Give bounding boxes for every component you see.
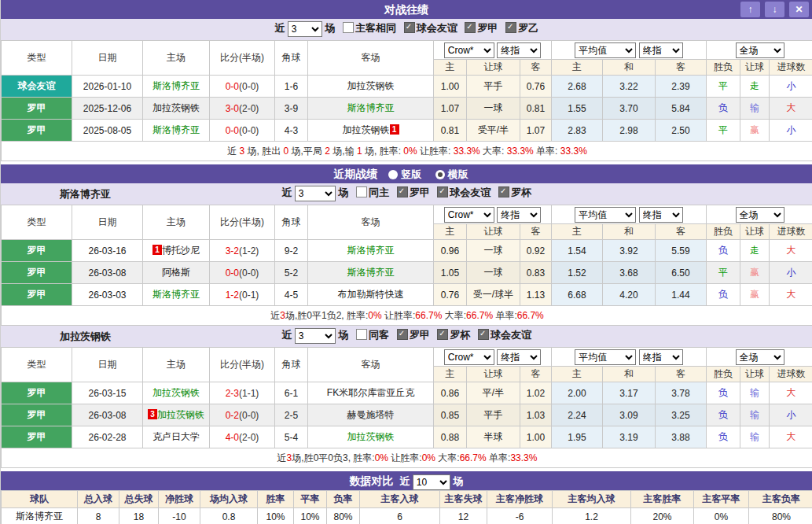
scope-cell: 全场 xyxy=(707,205,812,224)
league-cup-checkbox[interactable] xyxy=(498,186,509,197)
avg-draw: 2.98 xyxy=(603,120,656,142)
odds-home: 0.96 xyxy=(434,240,467,262)
col-header: 球队 xyxy=(2,491,78,508)
score-cell: 0-2(0-0) xyxy=(210,404,275,426)
avg-draw: 3.17 xyxy=(603,382,656,404)
league-cup-checkbox[interactable] xyxy=(437,329,448,340)
checkbox-label: 球会友谊 xyxy=(417,22,457,34)
col-header-home: 主场 xyxy=(143,205,210,240)
avg-away: 3.78 xyxy=(656,382,707,404)
avg-draw: 3.68 xyxy=(603,262,656,284)
odds-handicap: 平/半 xyxy=(467,382,520,404)
league-liga1-checkbox[interactable] xyxy=(397,186,408,197)
result-outcome: 负 xyxy=(707,426,740,448)
corner-cell: 5-2 xyxy=(275,262,308,284)
subheader-avg-away: 客 xyxy=(656,367,707,382)
col-header-score: 比分(半场) xyxy=(210,348,275,382)
avg-home: 1.54 xyxy=(552,240,603,262)
team-b-results-table: 类型 日期 主场 比分(半场) 角球 客场 Crow* 终指 平均值 终指 全场 xyxy=(1,347,812,468)
subheader-avg-away: 客 xyxy=(656,60,707,76)
bookmaker-select[interactable]: Crow* xyxy=(444,207,494,223)
odds-handicap: 受平/半 xyxy=(467,120,520,142)
odds-handicap: 平手 xyxy=(467,76,520,98)
checkbox-label: 同主 xyxy=(369,186,389,198)
same-away-checkbox[interactable] xyxy=(356,329,367,340)
avg-home: 6.68 xyxy=(552,284,603,306)
checkbox-label: 罗乙 xyxy=(518,22,538,34)
near-label: 近 xyxy=(399,475,410,487)
stat-cell: 0% xyxy=(694,508,749,524)
match-row: 罗甲 2025-08-05 斯洛博齐亚 0-0(0-0) 4-3 加拉茨钢铁1 … xyxy=(2,120,812,142)
result-handicap: 走 xyxy=(740,240,770,262)
close-button[interactable]: ✕ xyxy=(789,2,809,17)
team-b-count-select[interactable]: 3 xyxy=(295,328,336,344)
home-team: 3加拉茨钢铁 xyxy=(143,404,210,426)
result-handicap: 走 xyxy=(740,76,770,98)
bookmaker-select[interactable]: Crow* xyxy=(444,349,494,365)
average-select[interactable]: 平均值 xyxy=(575,42,636,58)
odds-away: 0.76 xyxy=(520,76,552,98)
vertical-layout-radio[interactable]: 竖版 xyxy=(388,168,421,180)
result-outcome: 平 xyxy=(707,76,740,98)
match-date: 26-03-08 xyxy=(72,404,143,426)
move-up-button[interactable]: ↑ xyxy=(740,2,760,17)
stat-cell: 0.8 xyxy=(200,508,258,524)
match-row: 罗甲 26-02-28 克卢日大学 4-0(2-0) 5-4 加拉茨钢铁 0.8… xyxy=(2,426,812,448)
league-friendly-checkbox[interactable] xyxy=(478,329,489,340)
match-date: 26-03-08 xyxy=(72,262,143,284)
league-liga1-checkbox[interactable] xyxy=(397,329,408,340)
average-select[interactable]: 平均值 xyxy=(575,349,636,365)
average-stage-select[interactable]: 终指 xyxy=(639,42,683,58)
league-friendly-checkbox[interactable] xyxy=(404,22,415,33)
scope-select[interactable]: 全场 xyxy=(736,42,784,58)
col-header: 净胜球 xyxy=(159,491,200,508)
bookmaker-select[interactable]: Crow* xyxy=(444,42,494,58)
scope-select[interactable]: 全场 xyxy=(736,349,784,365)
odds-stage-select[interactable]: 终指 xyxy=(497,42,541,58)
col-header-away: 客场 xyxy=(308,41,434,76)
checkbox-label: 球会友谊 xyxy=(491,329,531,341)
result-goals: 小 xyxy=(770,76,812,98)
average-select[interactable]: 平均值 xyxy=(575,207,636,223)
match-row: 罗甲 26-03-08 3加拉茨钢铁 0-2(0-0) 2-5 赫曼施塔特 0.… xyxy=(2,404,812,426)
team-b-name: 加拉茨钢铁 xyxy=(60,330,111,344)
result-goals: 大 xyxy=(770,98,812,120)
odds-stage-select[interactable]: 终指 xyxy=(497,349,541,365)
result-goals: 大 xyxy=(770,382,812,404)
avg-home: 2.00 xyxy=(552,382,603,404)
average-stage-select[interactable]: 终指 xyxy=(639,349,683,365)
odds-stage-select[interactable]: 终指 xyxy=(497,207,541,223)
same-home-checkbox[interactable] xyxy=(356,186,367,197)
section-title: 近期战绩 xyxy=(333,168,377,180)
score-cell: 1-2(0-1) xyxy=(210,284,275,306)
result-handicap: 输 xyxy=(740,426,770,448)
away-team: 加拉茨钢铁1 xyxy=(308,120,434,142)
odds-home: 0.88 xyxy=(434,426,467,448)
radio-icon xyxy=(435,170,445,179)
checkbox-label: 主客相同 xyxy=(355,22,396,34)
result-goals: 小 xyxy=(770,404,812,426)
same-home-away-checkbox[interactable] xyxy=(343,22,354,33)
league-liga1-checkbox[interactable] xyxy=(465,22,476,33)
comparison-count-select[interactable]: 10 xyxy=(413,474,450,490)
score-cell: 0-0(0-0) xyxy=(210,262,275,284)
horizontal-layout-radio[interactable]: 横版 xyxy=(435,168,468,180)
subheader-goals: 进球数 xyxy=(770,367,812,382)
scope-select[interactable]: 全场 xyxy=(736,207,784,223)
col-header: 总失球 xyxy=(119,491,159,508)
recent-count-select[interactable]: 3 xyxy=(288,21,322,37)
avg-away: 1.44 xyxy=(656,284,707,306)
checkbox-label: 罗甲 xyxy=(410,186,430,198)
home-team: 加拉茨钢铁 xyxy=(143,382,210,404)
summary-line: 近3场,胜0平1负2, 胜率:0% 让胜率:66.7% 大率:66.7% 单率:… xyxy=(2,306,812,326)
head-to-head-table: 类型 日期 主场 比分(半场) 角球 客场 Crow* 终指 平均值 终指 全场 xyxy=(1,40,812,161)
home-team: 克卢日大学 xyxy=(143,426,210,448)
league-liga2-checkbox[interactable] xyxy=(505,22,516,33)
move-down-button[interactable]: ↓ xyxy=(765,2,784,17)
result-outcome: 负 xyxy=(707,284,740,306)
subheader-avg-home: 主 xyxy=(552,367,603,382)
league-type: 罗甲 xyxy=(2,98,72,120)
average-stage-select[interactable]: 终指 xyxy=(639,207,683,223)
team-a-count-select[interactable]: 3 xyxy=(295,186,336,201)
league-friendly-checkbox[interactable] xyxy=(437,186,448,197)
